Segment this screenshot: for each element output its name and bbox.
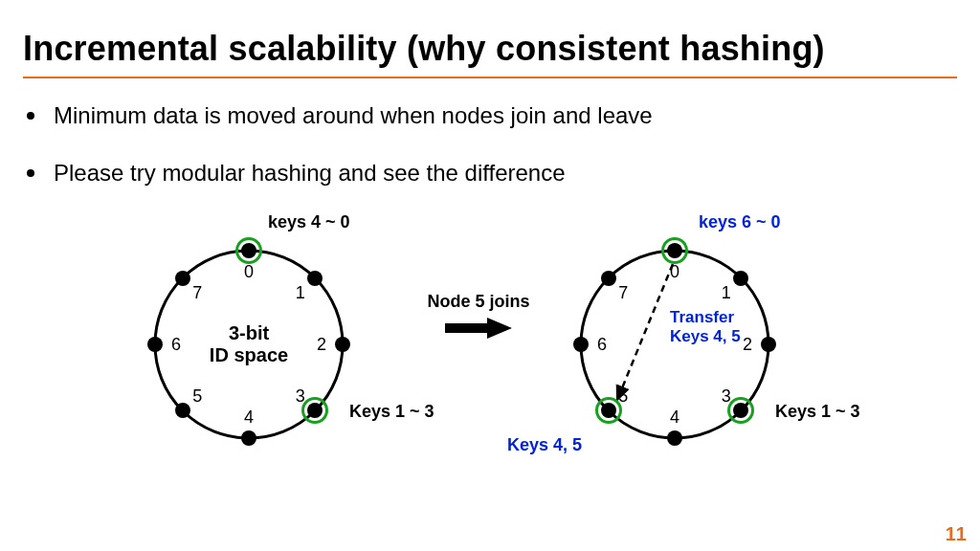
ring-node-7 xyxy=(601,271,616,286)
ring-node-6 xyxy=(147,337,163,352)
ring-node-1 xyxy=(733,271,748,286)
ring-node-5 xyxy=(601,403,616,418)
ring-left: 3-bit ID space 01234567 xyxy=(144,239,354,450)
ring-node-1 xyxy=(307,271,323,286)
svg-rect-1 xyxy=(445,323,489,333)
ring-node-label-3: 3 xyxy=(296,386,305,406)
ring-node-label-3: 3 xyxy=(722,386,731,406)
bullet-text: Minimum data is moved around when nodes … xyxy=(54,100,653,131)
ring-node-label-1: 1 xyxy=(722,283,731,303)
ring-right-top-annotation: keys 6 ~ 0 xyxy=(699,212,781,232)
ring-node-label-6: 6 xyxy=(597,335,607,355)
joins-arrow: Node 5 joins xyxy=(412,292,546,342)
bullet-item: Please try modular hashing and see the d… xyxy=(27,158,653,188)
bullet-item: Minimum data is moved around when nodes … xyxy=(27,100,653,131)
ring-node-label-1: 1 xyxy=(296,283,305,303)
ring-right-node3-annotation: Keys 1 ~ 3 xyxy=(775,402,860,422)
arrow-caption: Node 5 joins xyxy=(412,292,546,312)
ring-left-node3-annotation: Keys 1 ~ 3 xyxy=(349,402,434,422)
arrow-icon xyxy=(445,318,512,339)
ring-node-2 xyxy=(335,337,350,352)
ring-node-label-5: 5 xyxy=(192,386,202,406)
ring-node-6 xyxy=(573,337,589,352)
ring-node-3 xyxy=(307,403,323,418)
ring-node-5 xyxy=(175,403,190,418)
page-number: 11 xyxy=(946,523,967,545)
ring-node-label-7: 7 xyxy=(618,283,628,303)
ring-node-label-7: 7 xyxy=(192,283,202,303)
ring-node-4 xyxy=(241,430,256,446)
ring-node-4 xyxy=(667,430,682,446)
ring-left-top-annotation: keys 4 ~ 0 xyxy=(268,212,350,232)
title-underline xyxy=(23,77,957,78)
ring-node-label-2: 2 xyxy=(317,335,326,355)
bullet-list: Minimum data is moved around when nodes … xyxy=(27,100,653,216)
ring-node-2 xyxy=(761,337,776,352)
ring-node-label-0: 0 xyxy=(670,262,679,282)
bullet-text: Please try modular hashing and see the d… xyxy=(54,158,566,188)
ring-node-0 xyxy=(241,243,256,258)
ring-node-label-6: 6 xyxy=(171,335,181,355)
ring-node-0 xyxy=(667,243,682,258)
ring-node-label-2: 2 xyxy=(743,335,752,355)
ring-node-7 xyxy=(175,271,190,286)
diagram: 3-bit ID space 01234567 keys 4 ~ 0 Keys … xyxy=(0,210,980,536)
bullet-marker xyxy=(27,169,34,177)
bullet-marker xyxy=(27,112,34,120)
ring-right-node5-annotation: Keys 4, 5 xyxy=(507,435,582,455)
ring-node-3 xyxy=(733,403,748,418)
transfer-label: Transfer Keys 4, 5 xyxy=(670,308,741,346)
ring-node-label-0: 0 xyxy=(244,262,254,282)
ring-node-label-5: 5 xyxy=(618,386,628,406)
slide-title: Incremental scalability (why consistent … xyxy=(23,29,825,69)
svg-marker-2 xyxy=(487,318,512,339)
ring-node-label-4: 4 xyxy=(244,408,254,428)
ring-node-label-4: 4 xyxy=(670,408,679,428)
slide: Incremental scalability (why consistent … xyxy=(0,0,980,551)
